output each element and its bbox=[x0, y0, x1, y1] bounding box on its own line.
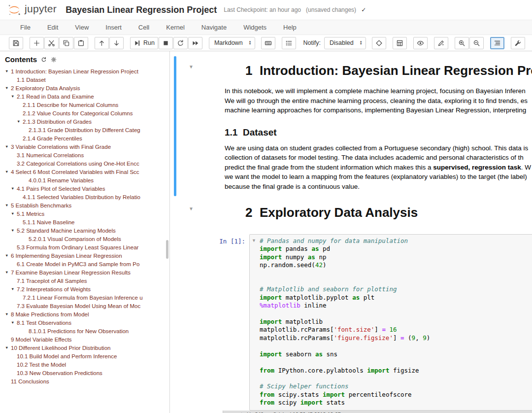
toc-item[interactable]: 2.1.3.1 Grade Distribution by Different … bbox=[0, 126, 169, 134]
toc-item[interactable]: ▼2.1 Read in Data and Examine bbox=[0, 92, 169, 101]
toc-collapse-arrow-icon[interactable]: ▼ bbox=[11, 209, 17, 218]
toc-link[interactable]: 5.2.0.1 Visual Comparison of Models bbox=[29, 236, 121, 242]
gear-icon[interactable] bbox=[51, 57, 57, 63]
copy-cells-button[interactable] bbox=[59, 37, 73, 49]
restart-run-all-button[interactable] bbox=[188, 37, 202, 49]
toc-item[interactable]: 5.1.1 Naive Baseline bbox=[0, 218, 169, 226]
toc-link[interactable]: 5 Establish Benchmarks bbox=[11, 203, 71, 208]
toc-item[interactable]: ▼4.1 Pairs Plot of Selected Variables bbox=[0, 184, 169, 193]
toc-item[interactable]: ▼1 Introduction: Bayesian Linear Regress… bbox=[0, 67, 169, 75]
toc-link[interactable]: 1 Introduction: Bayesian Linear Regressi… bbox=[11, 69, 138, 74]
jupyter-logo[interactable]: jupyter bbox=[7, 3, 57, 16]
toc-link[interactable]: 10.3 New Observation Predictions bbox=[17, 370, 102, 376]
save-notebook-button[interactable] bbox=[9, 37, 23, 49]
toc-item[interactable]: 6.1 Create Model in PyMC3 and Sample fro… bbox=[0, 260, 169, 268]
menu-cell[interactable]: Cell bbox=[130, 24, 158, 31]
toc-link[interactable]: 8.1.0.1 Predictions for New Observation bbox=[29, 328, 129, 334]
menu-kernel[interactable]: Kernel bbox=[158, 24, 193, 31]
toc-link[interactable]: 7.2.1 Linear Formula from Bayesian Infer… bbox=[23, 295, 143, 301]
toc-collapse-arrow-icon[interactable]: ▼ bbox=[11, 92, 17, 101]
zoom-in-button[interactable] bbox=[455, 37, 469, 49]
toc-item[interactable]: 10.3 New Observation Predictions bbox=[0, 369, 169, 377]
toc-link[interactable]: 3.2 Categorical Correlations using One-H… bbox=[17, 161, 139, 167]
toc-item[interactable]: 2.1.2 Value Counts for Categorical Colum… bbox=[0, 109, 169, 117]
eye-button[interactable] bbox=[413, 37, 428, 49]
toc-item[interactable]: 3.2 Categorical Correlations using One-H… bbox=[0, 159, 169, 168]
toc-item[interactable]: 2.1.4 Grade Percentiles bbox=[0, 134, 169, 142]
toc-link[interactable]: 6.1 Create Model in PyMC3 and Sample fro… bbox=[17, 261, 139, 267]
toc-collapse-arrow-icon[interactable]: ▼ bbox=[5, 67, 11, 75]
toc-link[interactable]: 4.1.1 Selected Variables Distribution by… bbox=[23, 194, 140, 200]
toc-collapse-arrow-icon[interactable]: ▼ bbox=[5, 268, 11, 276]
toc-link[interactable]: 4.0.0.1 Rename Variables bbox=[29, 177, 94, 183]
code-cell[interactable]: In [1]:▼# Pandas and numpy for data mani… bbox=[170, 231, 532, 413]
code-editor[interactable]: ▼# Pandas and numpy for data manipulatio… bbox=[249, 234, 532, 411]
toc-item[interactable]: ▼7.2 Interpretations of Weights bbox=[0, 285, 169, 293]
toc-link[interactable]: 3 Variable Correlations with Final Grade bbox=[11, 144, 111, 150]
toc-link[interactable]: 5.1 Metrics bbox=[17, 211, 44, 217]
toc-link[interactable]: 2.1.3 Distribution of Grades bbox=[23, 119, 92, 125]
toc-link[interactable]: 2.1.1 Describe for Numerical Columns bbox=[23, 102, 118, 108]
toc-link[interactable]: 4.1 Pairs Plot of Selected Variables bbox=[17, 186, 105, 192]
menu-widgets[interactable]: Widgets bbox=[235, 24, 275, 31]
toc-link[interactable]: 7.3 Evaluate Bayesian Model Using Mean o… bbox=[17, 303, 140, 309]
toc-link[interactable]: 10 Different Likelihood Prior Distributi… bbox=[11, 345, 110, 351]
move-cells-up-button[interactable] bbox=[95, 37, 109, 49]
menu-file[interactable]: File bbox=[12, 24, 39, 31]
toc-link[interactable]: 10.2 Test the Model bbox=[17, 362, 66, 368]
toc-item[interactable]: ▼8 Make Predictions from Model bbox=[0, 310, 169, 318]
cell-type-select[interactable]: Markdown▲▼ bbox=[209, 37, 255, 49]
toc-item[interactable]: 9 Model Variable Effects bbox=[0, 335, 169, 344]
toc-collapse-arrow-icon[interactable]: ▼ bbox=[5, 344, 11, 352]
menu-navigate[interactable]: Navigate bbox=[193, 24, 235, 31]
cut-cells-button[interactable] bbox=[44, 37, 59, 49]
notebook-title[interactable]: Bayesian Linear Regression Project bbox=[66, 5, 217, 15]
toc-item[interactable]: ▼4 Select 6 Most Correlated Variables wi… bbox=[0, 168, 169, 176]
toc-collapse-arrow-icon[interactable]: ▼ bbox=[17, 117, 23, 126]
toc-item[interactable]: 4.0.0.1 Rename Variables bbox=[0, 176, 169, 184]
table-of-contents-button[interactable] bbox=[490, 37, 504, 49]
toc-collapse-arrow-icon[interactable]: ▼ bbox=[5, 251, 11, 260]
menu-edit[interactable]: Edit bbox=[39, 24, 66, 31]
run-cell-button[interactable]: Run bbox=[130, 37, 158, 49]
zoom-out-button[interactable] bbox=[469, 37, 484, 49]
toc-item[interactable]: ▼2 Exploratory Data Analysis bbox=[0, 84, 169, 92]
toc-item[interactable]: 5.3 Formula from Ordinary Least Squares … bbox=[0, 243, 169, 251]
calculator-button[interactable] bbox=[393, 37, 407, 49]
refresh-icon[interactable] bbox=[41, 57, 47, 63]
toc-link[interactable]: 2.1.3.1 Grade Distribution by Different … bbox=[29, 127, 140, 133]
menu-insert[interactable]: Insert bbox=[97, 24, 130, 31]
code-fold-arrow-icon[interactable]: ▼ bbox=[252, 238, 256, 243]
toc-link[interactable]: 1.1 Dataset bbox=[17, 77, 46, 83]
toc-collapse-arrow-icon[interactable]: ▼ bbox=[5, 168, 11, 176]
toc-collapse-arrow-icon[interactable]: ▼ bbox=[11, 318, 17, 327]
toc-link[interactable]: 2.1.2 Value Counts for Categorical Colum… bbox=[23, 110, 133, 116]
toc-link[interactable]: 2.1 Read in Data and Examine bbox=[17, 94, 94, 100]
insert-cell-below-button[interactable] bbox=[30, 37, 44, 49]
toc-link[interactable]: 5.2 Standard Machine Learning Models bbox=[17, 228, 116, 234]
toc-link[interactable]: 7.1 Traceplot of All Samples bbox=[17, 278, 87, 284]
diamond-button[interactable] bbox=[372, 37, 386, 49]
toc-collapse-arrow-icon[interactable]: ▼ bbox=[11, 184, 17, 193]
nbextensions-settings-button[interactable] bbox=[511, 37, 525, 49]
toc-link[interactable]: 8 Make Predictions from Model bbox=[11, 311, 89, 317]
toc-item[interactable]: ▼5.2 Standard Machine Learning Models bbox=[0, 226, 169, 235]
toc-link[interactable]: 2 Exploratory Data Analysis bbox=[11, 85, 80, 91]
toc-item[interactable]: 4.1.1 Selected Variables Distribution by… bbox=[0, 193, 169, 201]
toc-item[interactable]: ▼5.1 Metrics bbox=[0, 209, 169, 218]
toc-collapse-arrow-icon[interactable]: ▼ bbox=[5, 310, 11, 318]
restart-kernel-button[interactable] bbox=[173, 37, 188, 49]
command-palette-button[interactable] bbox=[261, 37, 275, 49]
notify-select[interactable]: Disabled▲▼ bbox=[324, 37, 366, 49]
interrupt-kernel-button[interactable] bbox=[159, 37, 173, 49]
markdown-cell[interactable]: ▼2 Exploratory Data Analysis bbox=[170, 197, 532, 231]
toc-link[interactable]: 5.1.1 Naive Baseline bbox=[23, 219, 74, 225]
toc-item[interactable]: ▼7 Examine Bayesian Linear Regression Re… bbox=[0, 268, 169, 276]
toc-link[interactable]: 5.3 Formula from Ordinary Least Squares … bbox=[17, 244, 138, 250]
toc-item[interactable]: 7.3 Evaluate Bayesian Model Using Mean o… bbox=[0, 302, 169, 310]
toc-link[interactable]: 2.1.4 Grade Percentiles bbox=[23, 136, 82, 141]
cell-toolbar-button[interactable] bbox=[282, 37, 296, 49]
toc-collapse-arrow-icon[interactable]: ▼ bbox=[5, 84, 11, 92]
toc-item[interactable]: ▼6 Implementing Bayesian Linear Regressi… bbox=[0, 251, 169, 260]
toc-link[interactable]: 9 Model Variable Effects bbox=[11, 337, 72, 343]
